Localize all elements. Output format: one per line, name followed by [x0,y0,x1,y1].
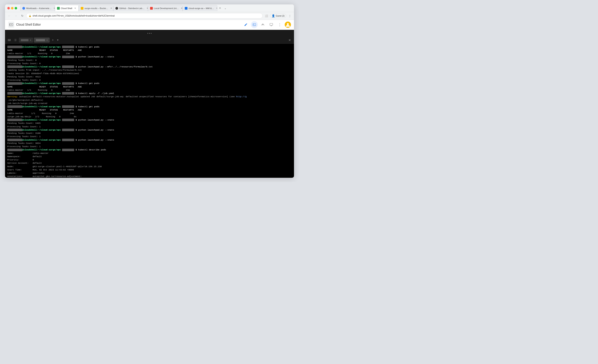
terminal-line: Processing Tasks Count: 0 [7,62,292,65]
terminal-line: @cloudshell:~/cloud-surge/ops $ kubectl … [7,148,292,151]
terminal-line: redis-master 1/1 Running 0 23m [7,52,292,55]
terminal-line: @cloudshell:~/cloud-surge/ops $ kubectl … [7,105,292,108]
redacted-extra [62,129,74,131]
app-header: Cloud Shell Editor [5,20,294,30]
svg-point-6 [287,23,289,25]
terminal-line: redis-master 1/1 Running 0 24m [7,112,292,115]
forward-button[interactable]: → [13,13,18,18]
tab-label: Cloud Shell [61,7,72,9]
terminal-toolbar: ✕ ✕ + ▼ ✕ [5,37,294,44]
guest-button[interactable]: 👤 Guest (2) [270,14,286,18]
terminal-line: Processing Tasks Count: 0 [7,78,292,82]
tab-close-button[interactable]: ✕ [110,7,113,10]
terminal-close-button[interactable]: ✕ [287,38,292,43]
minimize-window-button[interactable] [11,7,14,9]
redacted-extra [62,149,74,151]
tab-workloads[interactable]: Workloads – Kubernete… ✕ [20,5,55,11]
header-actions: ⋮ [242,21,291,28]
terminal-line: NAME READY STATUS RESTARTS AGE [7,49,292,52]
add-terminal-tab-button[interactable]: + [50,38,55,42]
tab-close-button[interactable]: ✕ [74,7,76,10]
terminal-line: Processing Tasks Count: 1 [7,145,292,148]
redacted-user [7,129,22,131]
terminal-line: Node: gk3-surge-cluster-pool-1-4602526f-… [7,165,292,168]
close-window-button[interactable] [7,7,10,9]
terminal-container: • • • [5,30,294,178]
tab-iam[interactable]: cloud-surge-sa – IAM &… ✕ [183,5,217,11]
maximize-window-button[interactable] [15,7,17,9]
dev-tab-icon [150,7,153,10]
terminal-line: job.batch/surge-job-wq created [7,102,292,105]
terminal-dropdown-button[interactable]: ▼ [56,38,60,42]
more-menu-button[interactable]: ⋮ [287,13,292,18]
profile-icon[interactable] [285,22,291,28]
refresh-button[interactable]: ↻ [20,13,25,18]
tab-github[interactable]: GitHub - Steinbeck-Lab… ✕ [113,5,148,11]
lock-icon: 🔒 [29,15,31,17]
terminal-line: .co/gke/autopilot-defaults) [7,99,292,102]
tab-surge-results[interactable]: surge-results – Bucke… ✕ [79,5,113,11]
settings-icon-button[interactable] [13,37,18,43]
terminal-line: @cloudshell:~/cloud-surge/ops $ kubectl … [7,82,292,85]
tab-label: Workloads – Kubernete… [26,7,51,9]
terminal-tab-close-1[interactable]: ✕ [30,39,31,41]
redacted-extra [62,105,74,108]
more-icon-button[interactable]: ⋮ [276,21,283,28]
tab-label: GitHub - Steinbeck-Lab… [119,7,144,9]
app-icon [8,22,14,28]
redacted-extra [62,46,74,48]
terminal-warning-line: Warning: autopilot-default-resources-mut… [7,95,292,98]
terminal-icon-button[interactable] [251,21,258,28]
terminal-line: Processing Tasks Count: 1 [7,135,292,138]
edit-icon-button[interactable] [242,21,249,28]
terminal-top-bar: • • • [5,30,294,37]
redacted-extra [62,92,74,95]
cast-button[interactable]: ⬜ [264,13,269,18]
tab-close-button[interactable]: ✕ [53,7,55,10]
tab-cloud-shell[interactable]: Cloud Shell ✕ [55,5,79,11]
traffic-lights [7,7,17,9]
monitor-icon-button[interactable] [268,21,275,28]
guest-label: Guest (2) [276,15,284,17]
terminal-line: Processing Tasks Count: 1 [7,125,292,128]
iam-tab-icon [185,7,187,10]
tab-local-dev[interactable]: Local Development (mi… ✕ [148,5,183,11]
terminal-line: Pending Tasks Count: 3034 [7,141,292,145]
terminal-tab-2[interactable]: ✕ [34,38,50,42]
terminal-tab-1[interactable]: ✕ [19,38,33,42]
address-bar[interactable]: 🔒 shell.cloud.google.com/?hl=en_US&fromc… [26,13,263,18]
terminal-line: Namespace: default [7,155,292,158]
tab-close-button[interactable]: ✕ [146,7,148,10]
redacted-user [7,92,22,95]
terminal-line: @cloudshell:~/cloud-surge/ops $ python l… [7,65,292,68]
terminal-line: @cloudshell:~/cloud-surge/ops $ python l… [7,128,292,132]
new-tab-button[interactable]: + [217,5,223,11]
webcam-icon-button[interactable] [259,21,266,28]
url-text: shell.cloud.google.com/?hl=en_US&fromclo… [33,15,260,17]
storage-tab-icon [81,7,83,10]
terminal-tab-close-2[interactable]: ✕ [46,39,48,41]
redacted-user [7,56,22,58]
redacted-extra [62,119,74,121]
terminal-line: Service Account: default [7,161,292,165]
title-bar: Workloads – Kubernete… ✕ Cloud Shell ✕ s… [5,4,294,12]
tab-overflow-button[interactable]: ⌄ [223,5,228,11]
redacted-extra [62,66,74,68]
keyboard-icon-button[interactable] [7,37,12,43]
terminal-line: Pending Tasks Count: 3180 [7,132,292,135]
back-button[interactable]: ← [7,13,12,18]
terminal-line: redis-master 1/1 Running 0 23m [7,88,292,92]
terminal-line: @cloudshell:~/cloud-surge/ops $ kubectl … [7,45,292,49]
terminal-line: Labels: app=redis [7,171,292,175]
terminal-content[interactable]: @cloudshell:~/cloud-surge/ops $ kubectl … [5,44,294,178]
terminal-line: Priority: 0 [7,158,292,161]
app-title: Cloud Shell Editor [16,23,41,26]
redacted-user [7,46,22,48]
redacted-user [7,66,22,68]
tab-close-button[interactable]: ✕ [180,7,183,10]
tab-close-button[interactable]: ✕ [216,7,217,10]
k8s-tab-icon [22,7,25,10]
tab-label: surge-results – Bucke… [84,7,108,9]
terminal-line: NAME READY STATUS RESTARTS AGE [7,108,292,112]
terminal-line: Pending Tasks Count: 4513 [7,75,292,78]
